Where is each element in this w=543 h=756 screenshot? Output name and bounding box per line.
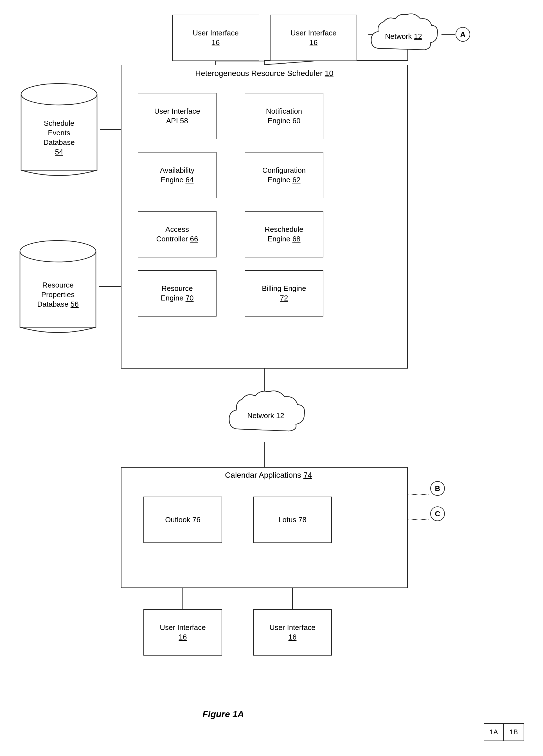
dotted-line-b [408, 494, 429, 495]
resource-db-label: ResourcePropertiesDatabase 56 [37, 281, 79, 309]
billing-box: Billing Engine72 [245, 270, 323, 317]
access-box: AccessController 66 [138, 211, 217, 257]
notification-label: NotificationEngine 60 [266, 107, 302, 126]
schedule-db: ScheduleEventsDatabase54 [18, 79, 100, 180]
circle-a: A [455, 27, 470, 42]
calendar-title: Calendar Applications 74 [174, 471, 363, 480]
ui-top-right-box: User Interface16 [270, 15, 357, 61]
circle-c: C [430, 506, 445, 521]
network-mid-cloud: Network 12 [219, 385, 312, 442]
billing-label: Billing Engine72 [262, 284, 306, 303]
ui-api-label: User InterfaceAPI 58 [154, 107, 200, 126]
network-mid-label: Network 12 [247, 411, 284, 420]
ui-api-box: User InterfaceAPI 58 [138, 93, 217, 139]
ui-bottom-left-box: User Interface16 [144, 609, 222, 656]
configuration-box: ConfigurationEngine 62 [245, 152, 323, 198]
network-top-label: Network 12 [385, 32, 422, 41]
ui-top-right-label: User Interface16 [290, 28, 336, 48]
corner-ref-1b: 1B [504, 724, 524, 741]
corner-ref-1a: 1A [484, 724, 504, 741]
network-top-cloud: Network 12 [363, 9, 444, 61]
access-label: AccessController 66 [156, 225, 198, 244]
outlook-box: Outlook 76 [144, 497, 222, 543]
lotus-box: Lotus 78 [253, 497, 332, 543]
ui-top-left-label: User Interface16 [193, 28, 239, 48]
availability-label: AvailabilityEngine 64 [160, 166, 194, 185]
diagram: User Interface16 User Interface16 Networ… [0, 0, 543, 756]
circle-b: B [430, 481, 445, 496]
svg-point-17 [20, 241, 96, 262]
resource-db: ResourcePropertiesDatabase 56 [17, 236, 99, 337]
dotted-line-c [408, 519, 429, 520]
scheduler-title: Heterogeneous Resource Scheduler 10 [158, 69, 371, 78]
resource-engine-label: ResourceEngine 70 [161, 284, 194, 303]
outlook-label: Outlook 76 [165, 515, 201, 525]
svg-line-1 [264, 61, 313, 65]
ui-bottom-right-label: User Interface16 [270, 623, 315, 642]
notification-box: NotificationEngine 60 [245, 93, 323, 139]
ui-top-left-box: User Interface16 [172, 15, 259, 61]
configuration-label: ConfigurationEngine 62 [263, 166, 306, 185]
lotus-label: Lotus 78 [278, 515, 306, 525]
reschedule-label: RescheduleEngine 68 [265, 225, 303, 244]
svg-point-15 [21, 84, 97, 105]
ui-bottom-right-box: User Interface16 [253, 609, 332, 656]
reschedule-box: RescheduleEngine 68 [245, 211, 323, 257]
availability-box: AvailabilityEngine 64 [138, 152, 217, 198]
schedule-db-label: ScheduleEventsDatabase54 [43, 119, 75, 157]
corner-ref: 1A 1B [484, 723, 524, 741]
resource-engine-box: ResourceEngine 70 [138, 270, 217, 317]
ui-bottom-left-label: User Interface16 [160, 623, 206, 642]
figure-caption: Figure 1A [203, 709, 244, 719]
